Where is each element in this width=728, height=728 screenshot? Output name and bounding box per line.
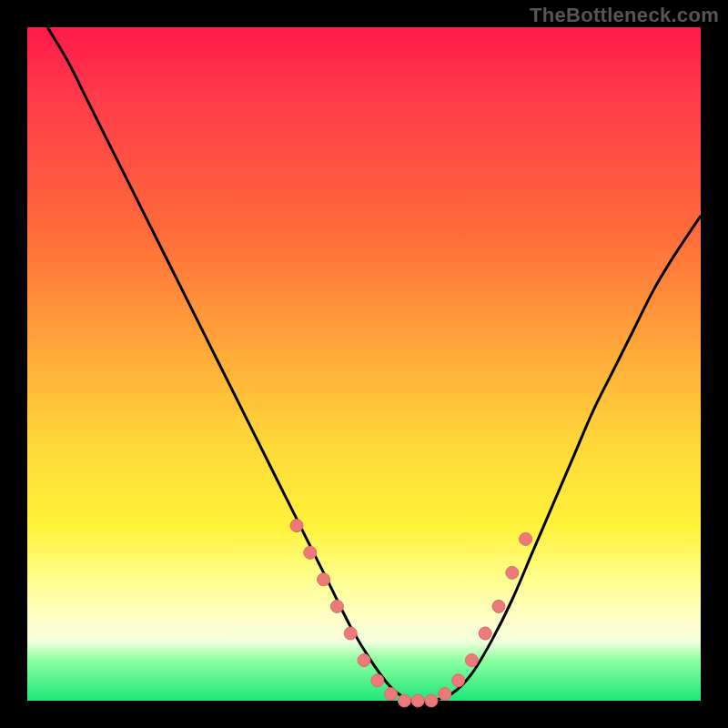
- curve-marker: [425, 694, 438, 707]
- curve-marker: [358, 654, 370, 667]
- curve-marker: [452, 674, 465, 687]
- curve-marker: [371, 674, 384, 687]
- curve-marker: [465, 654, 478, 667]
- curve-marker: [520, 532, 532, 545]
- curve-marker: [492, 600, 505, 612]
- chart-svg: [27, 27, 701, 701]
- chart-frame: TheBottleneck.com: [0, 0, 728, 728]
- watermark-text: TheBottleneck.com: [530, 4, 719, 27]
- marker-group: [290, 520, 532, 707]
- chart-plot-area: [27, 27, 701, 701]
- curve-marker: [506, 566, 519, 579]
- curve-marker: [439, 688, 451, 701]
- curve-marker: [411, 694, 424, 707]
- curve-marker: [344, 627, 357, 640]
- curve-marker: [318, 573, 330, 586]
- curve-marker: [290, 520, 303, 532]
- curve-marker: [398, 694, 410, 707]
- bottleneck-curve: [47, 27, 701, 702]
- curve-marker: [304, 546, 317, 559]
- curve-marker: [385, 688, 398, 701]
- curve-marker: [330, 600, 343, 612]
- curve-marker: [479, 627, 491, 640]
